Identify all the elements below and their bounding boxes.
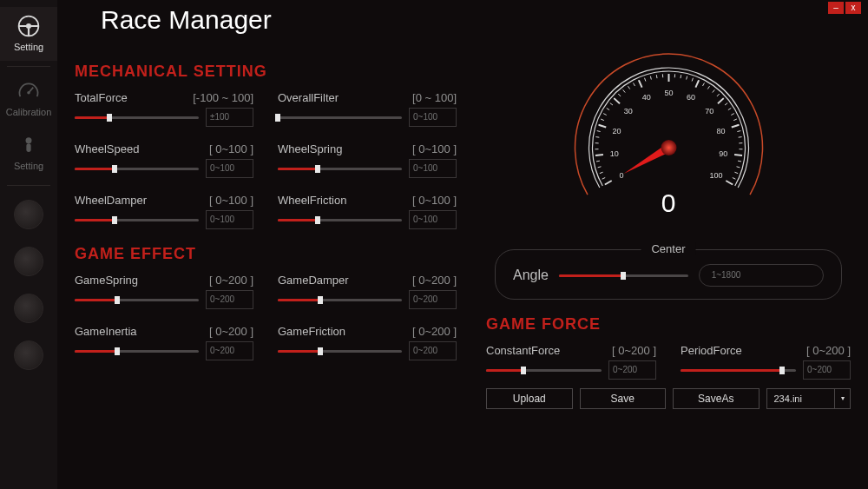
gameFriction-input[interactable]: 0~200: [409, 341, 457, 360]
wheelDamper-label: WheelDamper: [75, 194, 147, 207]
svg-line-14: [595, 137, 599, 138]
svg-line-39: [712, 89, 713, 92]
svg-rect-5: [26, 143, 30, 152]
svg-line-19: [606, 108, 608, 109]
gameDamper-slider[interactable]: [278, 294, 402, 306]
upload-button[interactable]: Upload: [486, 388, 573, 409]
constantForce-range: [ 0~200 ]: [612, 344, 656, 357]
overallFilter-slider[interactable]: [278, 111, 402, 123]
save-button[interactable]: Save: [580, 388, 667, 409]
constantForce-slider[interactable]: [486, 364, 602, 376]
gauge-value: 0: [567, 188, 771, 218]
preset-select[interactable]: 234.ini ▾: [766, 388, 852, 409]
chevron-down-icon[interactable]: ▾: [835, 388, 851, 409]
svg-text:10: 10: [609, 149, 618, 158]
svg-line-23: [622, 89, 624, 92]
sidebar-item-calibration[interactable]: Calibration: [0, 72, 57, 126]
svg-line-75: [734, 155, 742, 155]
svg-line-27: [644, 78, 645, 82]
wheelSpeed-input[interactable]: 0~100: [206, 159, 253, 178]
periodForce-range: [ 0~200 ]: [806, 344, 851, 357]
svg-text:40: 40: [641, 93, 650, 102]
wheelFriction-label: WheelFriction: [278, 194, 346, 207]
sidebar-item-setting-2[interactable]: Setting: [0, 126, 57, 180]
wheelSpring-slider[interactable]: [278, 162, 402, 175]
periodForce-input[interactable]: 0~200: [803, 360, 851, 380]
constantForce-input[interactable]: 0~200: [608, 360, 656, 380]
svg-point-4: [26, 137, 32, 143]
gameDamper-input[interactable]: 0~200: [409, 290, 457, 309]
angle-slider[interactable]: [559, 269, 688, 281]
svg-line-8: [599, 172, 602, 173]
svg-line-29: [656, 75, 657, 78]
wheelSpring-range: [ 0~100 ]: [412, 142, 457, 155]
svg-line-9: [597, 167, 601, 168]
svg-line-43: [727, 108, 730, 109]
gameInertia-input[interactable]: 0~200: [206, 341, 253, 360]
svg-line-34: [686, 76, 687, 80]
svg-line-7: [602, 177, 605, 179]
svg-line-33: [681, 75, 681, 78]
gameSpring-range: [ 0~200 ]: [209, 274, 253, 287]
sidebar-dot-1[interactable]: [14, 200, 43, 229]
svg-line-73: [731, 125, 739, 128]
sidebar-dot-4[interactable]: [14, 340, 43, 370]
svg-text:20: 20: [612, 127, 621, 135]
svg-line-18: [603, 114, 607, 116]
gameInertia-label: GameInertia: [75, 325, 137, 338]
svg-line-63: [614, 98, 620, 103]
gameInertia-range: [ 0~200 ]: [209, 325, 253, 338]
svg-line-69: [695, 80, 699, 87]
angle-input[interactable]: 1~1800: [699, 264, 824, 287]
wheelDamper-slider[interactable]: [75, 214, 199, 226]
svg-line-77: [726, 181, 733, 185]
svg-line-24: [628, 86, 629, 89]
overallFilter-input[interactable]: 0~100: [409, 108, 457, 127]
gameSpring-slider[interactable]: [75, 294, 199, 306]
svg-line-37: [702, 83, 704, 87]
svg-line-35: [692, 78, 693, 82]
svg-line-52: [738, 161, 741, 162]
svg-line-65: [638, 80, 641, 87]
wheelSpring-label: WheelSpring: [278, 142, 342, 155]
wheelFriction-input[interactable]: 0~100: [409, 210, 457, 229]
page-title: Race Manager: [101, 5, 851, 35]
svg-line-17: [601, 119, 604, 121]
steering-wheel-icon: [16, 14, 41, 38]
totalForce-input[interactable]: ±100: [206, 108, 253, 127]
svg-text:60: 60: [687, 93, 695, 102]
svg-line-40: [716, 94, 719, 96]
periodForce-slider[interactable]: [681, 364, 796, 376]
wheelDamper-input[interactable]: 0~100: [206, 210, 253, 229]
gameSpring-input[interactable]: 0~200: [206, 290, 253, 309]
svg-text:100: 100: [709, 171, 722, 180]
angle-gauge: 0102030405060708090100 0: [567, 38, 771, 242]
sidebar-dot-3[interactable]: [14, 294, 43, 323]
svg-line-48: [738, 137, 741, 138]
wheelFriction-slider[interactable]: [278, 214, 402, 226]
wheelSpeed-label: WheelSpeed: [75, 142, 139, 155]
saveas-button[interactable]: SaveAs: [673, 388, 760, 409]
wheelSpeed-slider[interactable]: [75, 162, 199, 175]
svg-line-61: [598, 125, 606, 128]
gameInertia-slider[interactable]: [75, 345, 199, 357]
sidebar-item-label: Setting: [14, 161, 43, 171]
sidebar-item-setting[interactable]: Setting: [0, 7, 57, 61]
gameDamper-range: [ 0~200 ]: [412, 274, 457, 287]
overallFilter-range: [0 ~ 100]: [412, 91, 457, 104]
wheelSpring-input[interactable]: 0~100: [409, 159, 457, 178]
totalForce-slider[interactable]: [75, 111, 199, 123]
svg-line-53: [736, 167, 740, 168]
svg-line-44: [731, 114, 734, 116]
svg-line-55: [732, 177, 735, 179]
gameFriction-range: [ 0~200 ]: [412, 325, 457, 338]
svg-line-59: [595, 155, 602, 155]
overallFilter-label: OverallFilter: [278, 91, 339, 104]
angle-label: Angle: [513, 268, 549, 283]
center-panel: Center Angle 1~1800: [495, 249, 842, 300]
sidebar-dot-2[interactable]: [14, 247, 43, 276]
sidebar-item-label: Setting: [14, 42, 43, 52]
svg-text:90: 90: [719, 149, 727, 158]
totalForce-label: TotalForce: [75, 91, 128, 104]
gameFriction-slider[interactable]: [278, 345, 402, 357]
